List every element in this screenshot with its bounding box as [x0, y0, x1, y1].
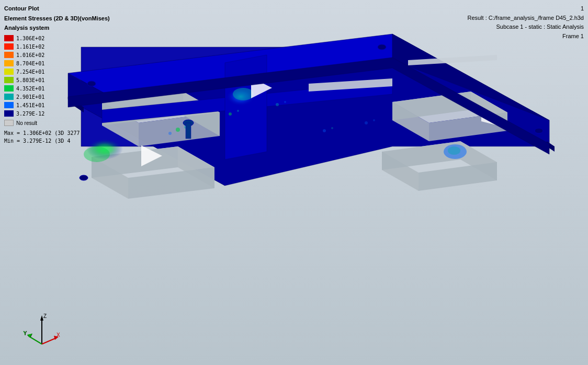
svg-point-45: [365, 121, 368, 124]
color-label-7: 2.901E+01: [16, 93, 44, 101]
color-label-6: 4.352E+01: [16, 85, 44, 93]
svg-line-68: [29, 336, 42, 344]
frame-label: Frame 1: [467, 32, 584, 41]
color-bar-2: 1.016E+02: [4, 51, 110, 59]
legend-title1: Contour Plot: [4, 4, 110, 13]
color-bar-8: 1.451E+01: [4, 101, 110, 109]
color-swatch-9: [4, 110, 14, 117]
svg-point-46: [373, 119, 375, 121]
color-bar-6: 4.352E+01: [4, 85, 110, 93]
color-swatch-1: [4, 43, 14, 50]
svg-marker-69: [27, 334, 32, 337]
svg-point-51: [378, 44, 386, 50]
color-swatch-8: [4, 102, 14, 108]
svg-point-35: [448, 146, 460, 155]
color-swatch-5: [4, 77, 14, 83]
svg-point-42: [284, 101, 286, 103]
svg-point-36: [176, 128, 180, 132]
color-swatch-4: [4, 69, 14, 75]
color-swatch-7: [4, 94, 14, 100]
color-swatch-2: [4, 52, 14, 58]
svg-line-65: [42, 338, 56, 344]
color-bar-1: 1.161E+02: [4, 43, 110, 51]
color-bar-7: 2.901E+01: [4, 93, 110, 101]
color-bar-3: 8.704E+01: [4, 60, 110, 67]
result-path: Result : C:/frame_analysis_/frame D45_2.…: [467, 14, 584, 23]
svg-point-53: [535, 128, 543, 133]
svg-point-33: [233, 88, 254, 100]
svg-point-31: [84, 146, 110, 162]
svg-point-41: [276, 103, 279, 106]
svg-point-43: [323, 129, 326, 132]
color-swatch-3: [4, 60, 14, 66]
svg-marker-27: [225, 55, 267, 159]
color-bars: 1.306E+021.161E+021.016E+028.704E+017.25…: [4, 35, 110, 118]
legend-panel: Contour Plot Element Stresses (2D & 3D)(…: [4, 4, 110, 145]
color-bar-5: 5.803E+01: [4, 76, 110, 84]
color-label-2: 1.016E+02: [16, 51, 44, 59]
no-result-label: No result: [16, 119, 37, 127]
color-label-8: 1.451E+01: [16, 101, 44, 109]
no-result-swatch: [4, 120, 14, 126]
color-label-0: 1.306E+02: [16, 35, 44, 42]
svg-point-38: [168, 132, 172, 135]
color-swatch-6: [4, 85, 14, 92]
viewport: Contour Plot Element Stresses (2D & 3D)(…: [0, 0, 588, 365]
color-label-1: 1.161E+02: [16, 43, 44, 51]
svg-text:Y: Y: [23, 330, 27, 336]
subcase-label: Subcase 1 - static : Static Analysis: [467, 22, 584, 32]
svg-text:X: X: [56, 332, 60, 338]
legend-title2: Element Stresses (2D & 3D)(vonMises): [4, 14, 110, 23]
legend-title3: Analysis system: [4, 24, 110, 32]
svg-point-52: [80, 175, 88, 180]
svg-text:Z: Z: [43, 313, 47, 319]
color-label-4: 7.254E+01: [16, 68, 44, 76]
color-label-3: 8.704E+01: [16, 60, 44, 67]
axis-indicator: Z Y X Y: [21, 307, 63, 349]
color-label-5: 5.803E+01: [16, 76, 44, 84]
svg-point-40: [237, 110, 239, 112]
color-bar-4: 7.254E+01: [4, 68, 110, 76]
frame-number: 1: [467, 4, 584, 14]
no-result-row: No result: [4, 119, 110, 127]
svg-point-44: [331, 127, 333, 129]
svg-rect-55: [186, 123, 191, 139]
svg-point-39: [229, 112, 232, 116]
color-bar-0: 1.306E+02: [4, 35, 110, 42]
color-swatch-0: [4, 35, 14, 41]
info-panel: 1 Result : C:/frame_analysis_/frame D45_…: [467, 4, 584, 41]
color-label-9: 3.279E-12: [16, 110, 44, 118]
color-bar-9: 3.279E-12: [4, 110, 110, 118]
max-stat: Max = 1.306E+02 (3D 3277 Min = 3.279E-12…: [4, 129, 110, 145]
